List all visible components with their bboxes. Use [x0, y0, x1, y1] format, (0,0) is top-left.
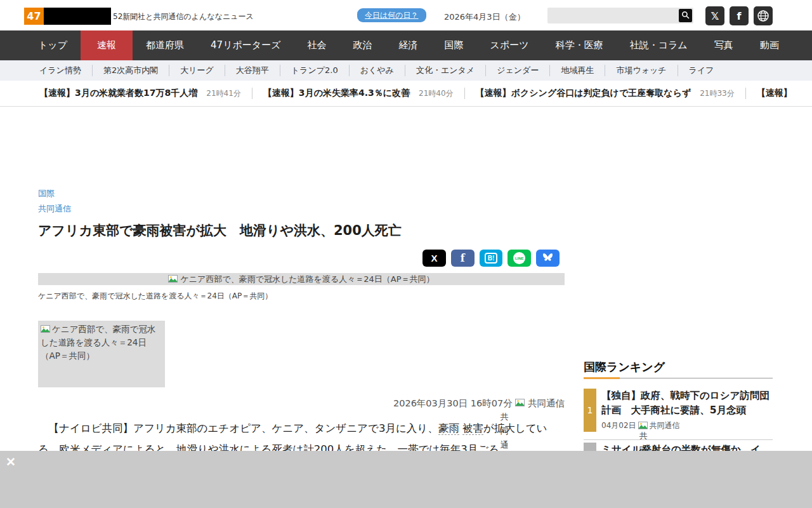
ticker-time: 21時40分 — [419, 88, 454, 99]
close-icon: ✕ — [6, 455, 16, 469]
topic-life[interactable]: ライフ — [678, 65, 714, 76]
share-x-button[interactable]: X — [422, 250, 446, 267]
site-header: 47 52新聞社と共同通信のよんななニュース 今日は何の日？ 2026年4月3日… — [0, 0, 812, 30]
topic-mlb[interactable]: 大リーグ — [169, 65, 214, 76]
topic-gender[interactable]: ジェンダー — [485, 65, 539, 76]
rank-1-badge: 1 — [584, 389, 596, 432]
nav-item-prefectures[interactable]: 都道府県 — [133, 30, 197, 60]
main-nav: トップ 速報 都道府県 47リポーターズ 社会 政治 経済 国際 スポーツ 科学… — [0, 30, 812, 60]
site-tagline: 52新聞社と共同通信のよんななニュース — [113, 11, 254, 22]
ticker-title: 【速報】ボクシング谷口は判定負けで王座奪取ならず — [476, 88, 691, 99]
ranking-divider — [584, 439, 773, 440]
ticker-time: 21時33分 — [700, 88, 735, 99]
nav-item-sokuho[interactable]: 速報 — [81, 30, 133, 60]
article-headline: アフリカ東部で豪雨被害が拡大 地滑りや洪水、200人死亡 — [38, 222, 565, 239]
thumbnail-image-broken[interactable]: ケニア西部で、豪雨で冠水した道路を渡る人々＝24日（AP＝共同） — [38, 321, 165, 387]
bluesky-butterfly-icon — [542, 253, 553, 264]
facebook-icon: f — [461, 252, 465, 264]
broken-image-icon — [168, 275, 178, 284]
nav-item-international[interactable]: 国際 — [431, 30, 477, 60]
search-button[interactable] — [679, 9, 692, 22]
ranking-rule-accent — [584, 377, 620, 379]
nav-item-video[interactable]: 動画 — [747, 30, 792, 60]
nav-item-top[interactable]: トップ — [25, 30, 81, 60]
thumbnail-alt-text: ケニア西部で、豪雨で冠水した道路を渡る人々＝24日（AP＝共同） — [41, 324, 156, 361]
search-input[interactable] — [547, 8, 679, 23]
ticker-title: 【速報】 — [757, 88, 792, 99]
hero-image-alt-text: ケニア西部で、豪雨で冠水した道路を渡る人々＝24日（AP＝共同） — [180, 274, 434, 285]
breadcrumb-category[interactable]: 国際 — [38, 188, 55, 199]
ticker-item[interactable]: 【速報】ボクシング谷口は判定負けで王座奪取ならず 21時33分 — [464, 88, 735, 99]
share-bluesky-button[interactable] — [536, 250, 560, 267]
ticker-item[interactable]: 【速報】3月の米失業率4.3％に改善 21時40分 — [252, 88, 454, 99]
header-date: 2026年4月3日（金） — [444, 11, 525, 23]
ranking-item-source: 共同通信 — [650, 420, 680, 431]
broken-image-icon — [41, 324, 50, 333]
topic-iran[interactable]: イラン情勢 — [39, 65, 81, 76]
topic-ohtani[interactable]: 大谷翔平 — [225, 65, 269, 76]
topic-market[interactable]: 市場ウォッチ — [605, 65, 666, 76]
ranking-title: 国際ランキング — [584, 359, 665, 375]
topic-culture[interactable]: 文化・エンタメ — [405, 65, 475, 76]
share-buttons: X f B! LINE — [422, 250, 560, 267]
nav-item-politics[interactable]: 政治 — [340, 30, 386, 60]
breaking-news-ticker: 【速報】3月の米就業者数17万8千人増 21時41分 【速報】3月の米失業率4.… — [0, 81, 812, 107]
hatena-icon: B! — [485, 253, 498, 264]
logo-47-badge: 47 — [24, 8, 44, 25]
share-line-button[interactable]: LINE — [508, 250, 531, 267]
ranking-item-1[interactable]: 1 【独自】政府、戦時下のロシア訪問団計画 大手商社に要請、5月念頭 04月02… — [584, 389, 773, 432]
nav-item-47reporters[interactable]: 47リポーターズ — [197, 30, 294, 60]
article-dateline: 2026年03月30日 16時07分 共同通信 — [38, 398, 565, 410]
share-hatena-button[interactable]: B! — [480, 250, 503, 267]
ranking-item-meta: 04月02日 共同通信 — [601, 420, 773, 431]
logo-news-box — [44, 8, 111, 25]
ticker-time: 21時41分 — [206, 88, 241, 99]
ticker-title: 【速報】3月の米就業者数17万8千人増 — [39, 88, 197, 99]
topic-obituary[interactable]: おくやみ — [349, 65, 394, 76]
body-lead: 【ナイロビ共同】アフリカ東部のエチオピア、ケニア、タンザニアで3月に入り、 — [38, 422, 438, 434]
source-link[interactable]: 共同通信 — [528, 398, 565, 408]
share-facebook-button[interactable]: f — [451, 250, 475, 267]
nav-item-sports[interactable]: スポーツ — [477, 30, 542, 60]
topic-regional[interactable]: 地域再生 — [549, 65, 594, 76]
ticker-title: 【速報】3月の米失業率4.3％に改善 — [263, 88, 410, 99]
nav-item-economy[interactable]: 経済 — [386, 30, 431, 60]
nav-item-science-medical[interactable]: 科学・医療 — [542, 30, 617, 60]
topic-nav: イラン情勢 第2次高市内閣 大リーグ 大谷翔平 トランプ2.0 おくやみ 文化・… — [0, 60, 812, 81]
ranking-item-date: 04月02日 — [601, 420, 636, 431]
line-icon: LINE — [513, 252, 525, 264]
image-caption: ケニア西部で、豪雨で冠水した道路を渡る人々＝24日（AP＝共同） — [38, 291, 272, 302]
breadcrumb-source[interactable]: 共同通信 — [38, 203, 71, 215]
x-social-icon[interactable]: 𝕏 — [705, 6, 724, 25]
x-icon: X — [431, 253, 437, 264]
search-box — [547, 8, 693, 23]
globe-icon[interactable] — [754, 6, 773, 25]
keyword-link-higai[interactable]: 被害 — [462, 422, 483, 435]
ticker-item[interactable]: 【速報】 — [745, 88, 792, 99]
topic-trump[interactable]: トランプ2.0 — [280, 65, 338, 76]
bottom-ad-overlay: ✕ — [0, 451, 812, 508]
nav-item-society[interactable]: 社会 — [294, 30, 340, 60]
facebook-social-icon[interactable]: f — [730, 6, 749, 25]
today-button[interactable]: 今日は何の日？ — [357, 8, 426, 22]
hero-image-broken: ケニア西部で、豪雨で冠水した道路を渡る人々＝24日（AP＝共同） — [38, 273, 565, 285]
overlay-close-button[interactable]: ✕ — [6, 455, 16, 469]
ticker-item[interactable]: 【速報】3月の米就業者数17万8千人増 21時41分 — [39, 88, 241, 99]
search-icon — [681, 11, 690, 21]
keyword-link-gou[interactable]: 豪雨 — [438, 422, 459, 435]
ranking-item-title[interactable]: 【独自】政府、戦時下のロシア訪問団計画 大手商社に要請、5月念頭 — [601, 389, 773, 418]
site-logo[interactable]: 47 — [24, 8, 111, 25]
nav-item-photo[interactable]: 写真 — [701, 30, 747, 60]
nav-item-editorial-column[interactable]: 社説・コラム — [617, 30, 701, 60]
publish-datetime: 2026年03月30日 16時07分 — [393, 398, 513, 408]
topic-takaichi-cabinet[interactable]: 第2次高市内閣 — [92, 65, 158, 76]
broken-source-icon — [515, 399, 525, 408]
